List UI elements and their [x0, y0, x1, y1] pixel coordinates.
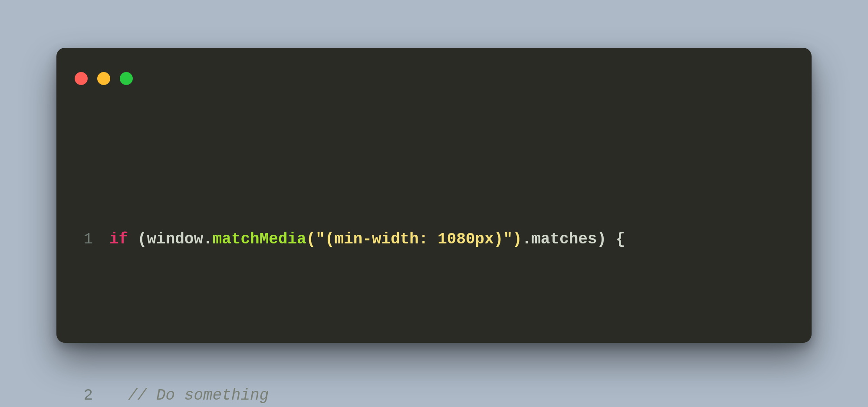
- token-string: "(min-width: 1080px)": [316, 230, 513, 248]
- close-icon[interactable]: [75, 72, 88, 85]
- window-traffic-lights: [56, 68, 812, 99]
- code-window: 1 if (window.matchMedia("(min-width: 108…: [56, 48, 812, 343]
- token-comment: // Do something: [128, 387, 269, 404]
- token-paren: (: [306, 230, 316, 248]
- code-line: 2 // Do something: [75, 380, 793, 407]
- token-paren: ): [597, 230, 606, 248]
- token-dot: .: [203, 230, 213, 248]
- minimize-icon[interactable]: [97, 72, 110, 85]
- token-paren: (: [138, 230, 147, 248]
- code-block: 1 if (window.matchMedia("(min-width: 108…: [56, 99, 812, 407]
- code-content: // Do something: [109, 380, 793, 407]
- token-identifier: matches: [531, 230, 597, 248]
- token-paren: ): [513, 230, 522, 248]
- token-dot: .: [522, 230, 532, 248]
- token-function: matchMedia: [213, 230, 306, 248]
- token-brace: {: [616, 230, 625, 248]
- code-content: if (window.matchMedia("(min-width: 1080p…: [109, 224, 793, 255]
- code-line: 1 if (window.matchMedia("(min-width: 108…: [75, 224, 793, 255]
- line-number: 1: [75, 224, 93, 255]
- page-stage: 1 if (window.matchMedia("(min-width: 108…: [0, 0, 868, 407]
- token-identifier: window: [147, 230, 203, 248]
- line-number: 2: [75, 380, 93, 407]
- token-keyword: if: [109, 230, 128, 248]
- maximize-icon[interactable]: [120, 72, 133, 85]
